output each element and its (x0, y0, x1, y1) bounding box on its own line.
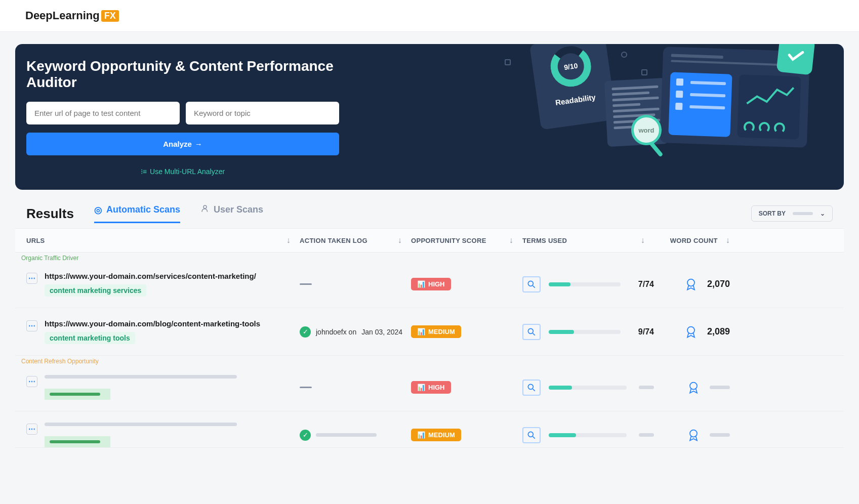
search-doc-icon (522, 276, 541, 292)
analyze-button[interactable]: Analyze → (26, 133, 339, 155)
row-score: 📊MEDIUM (411, 325, 522, 338)
svg-point-10 (528, 432, 533, 437)
row-score: 📊HIGH (411, 278, 522, 290)
skeleton-keyword (45, 389, 110, 400)
ribbon-icon (686, 381, 701, 395)
row-wordcount (654, 428, 730, 442)
svg-point-3 (687, 279, 694, 286)
sort-arrow-icon: ↓ (726, 236, 730, 245)
row-menu-button[interactable]: ⋯ (26, 273, 37, 284)
list-icon: ⁝≡ (141, 167, 147, 176)
user-icon (200, 204, 210, 216)
svg-line-5 (533, 333, 535, 335)
results-heading: Results (26, 206, 74, 222)
table-row: Content Refresh Opportunity ⋯ 📊HIGH (15, 356, 844, 411)
row-score: 📊HIGH (411, 381, 522, 394)
row-wordcount: 2,070 (654, 277, 730, 291)
row-terms (522, 427, 654, 443)
row-action: ✓ (300, 430, 411, 441)
row-action (300, 283, 411, 285)
row-tag-refresh: Content Refresh Opportunity (15, 356, 104, 370)
search-doc-icon (522, 427, 541, 443)
gauge-icon: 📊 (417, 328, 425, 335)
skeleton-url (45, 423, 237, 426)
gauge-icon: 📊 (417, 384, 425, 391)
check-icon: ✓ (300, 326, 311, 338)
skeleton-value (710, 433, 730, 437)
col-terms[interactable]: TERMS USED↓ (522, 236, 654, 245)
row-action: ✓ johndoefx on Jan 03, 2024 (300, 326, 411, 338)
sort-value-placeholder (793, 212, 813, 215)
search-doc-icon (522, 380, 541, 396)
magnifier-icon: word (631, 115, 662, 145)
dash-icon (300, 283, 312, 285)
multi-url-link[interactable]: ⁝≡ Use Multi-URL Analyzer (26, 167, 339, 176)
row-keyword: content marketing services (45, 284, 146, 297)
results-table: URLS↓ ACTION TAKEN LOG↓ OPPORTUNITY SCOR… (15, 228, 844, 448)
check-icon: ✓ (300, 430, 311, 441)
skeleton-keyword (45, 436, 110, 447)
arrow-right-icon: → (195, 140, 202, 148)
row-terms (522, 380, 654, 396)
tab-automatic-scans[interactable]: ◎ Automatic Scans (94, 204, 180, 223)
ribbon-icon (684, 277, 698, 291)
gauge-icon: 📊 (417, 280, 425, 288)
svg-line-2 (533, 285, 535, 287)
svg-point-0 (203, 205, 207, 208)
results-tabs: ◎ Automatic Scans User Scans (94, 204, 263, 223)
svg-point-7 (528, 384, 533, 389)
svg-point-4 (528, 328, 533, 333)
sort-arrow-icon: ↓ (509, 236, 513, 245)
row-terms: 9/74 (522, 324, 654, 340)
row-wordcount (654, 381, 730, 395)
skeleton-value (639, 386, 654, 389)
row-terms: 7/74 (522, 276, 654, 292)
readability-card: 9/10 Readability (529, 44, 617, 130)
col-action[interactable]: ACTION TAKEN LOG↓ (300, 236, 411, 245)
row-keyword: content marketing tools (45, 332, 135, 344)
row-menu-button[interactable]: ⋯ (26, 376, 37, 387)
chevron-down-icon: ⌄ (820, 210, 825, 217)
row-action (300, 387, 411, 388)
logo[interactable]: DeepLearningFX (25, 9, 119, 22)
row-tag-organic: Organic Traffic Driver (15, 253, 84, 267)
ribbon-icon (686, 428, 701, 442)
skeleton-value (316, 433, 377, 437)
table-row: ⋯ ✓ 📊MEDIUM (15, 411, 844, 448)
col-wc[interactable]: WORD COUNT↓ (654, 236, 730, 245)
svg-line-8 (533, 389, 535, 391)
search-doc-icon (522, 324, 541, 340)
topbar: DeepLearningFX (0, 0, 859, 32)
col-score[interactable]: OPPORTUNITY SCORE↓ (411, 236, 522, 245)
svg-line-11 (533, 436, 535, 438)
table-row: ⋯ https://www.your-domain.com/blog/conte… (15, 308, 844, 356)
row-menu-button[interactable]: ⋯ (26, 320, 37, 331)
target-icon: ◎ (94, 204, 102, 216)
url-input[interactable] (26, 102, 180, 124)
multi-url-label: Use Multi-URL Analyzer (150, 167, 225, 176)
skeleton-value (639, 433, 654, 437)
keyword-input[interactable] (186, 102, 339, 124)
skeleton-url (45, 375, 237, 379)
check-badge-icon (776, 44, 815, 75)
dash-icon (300, 387, 312, 388)
hero-panel: Keyword Opportunity & Content Performanc… (15, 44, 844, 190)
sort-arrow-icon: ↓ (287, 236, 291, 245)
tab-user-scans[interactable]: User Scans (200, 204, 263, 223)
table-row: Organic Traffic Driver ⋯ https://www.you… (15, 253, 844, 308)
gauge-icon: 📊 (417, 431, 425, 439)
col-urls[interactable]: URLS↓ (26, 236, 300, 245)
row-url[interactable]: https://www.your-domain.com/blog/content… (45, 319, 260, 328)
svg-point-6 (687, 326, 694, 333)
ribbon-icon (684, 325, 698, 339)
sort-by-dropdown[interactable]: SORT BY ⌄ (751, 205, 833, 222)
svg-point-12 (690, 430, 697, 437)
svg-point-1 (528, 281, 533, 286)
sort-arrow-icon: ↓ (398, 236, 402, 245)
skeleton-value (710, 386, 730, 389)
row-wordcount: 2,089 (654, 325, 730, 339)
analyze-label: Analyze (163, 140, 192, 148)
row-menu-button[interactable]: ⋯ (26, 424, 37, 435)
svg-point-9 (690, 382, 697, 389)
row-url[interactable]: https://www.your-domain.com/services/con… (45, 272, 256, 280)
